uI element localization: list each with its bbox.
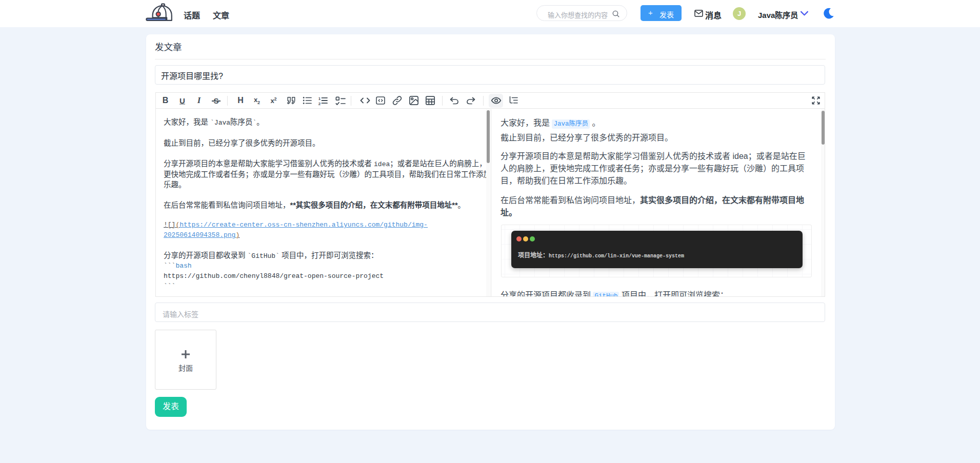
svg-text:2: 2 bbox=[318, 102, 321, 106]
svg-text:1: 1 bbox=[318, 96, 321, 101]
